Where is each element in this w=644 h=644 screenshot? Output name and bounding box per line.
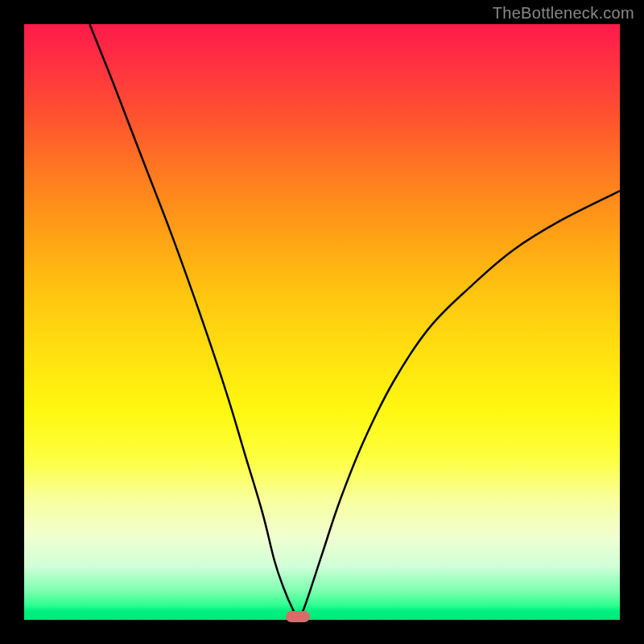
bottleneck-curve [24,24,620,620]
chart-container: TheBottleneck.com [0,0,644,644]
watermark-text: TheBottleneck.com [493,4,634,23]
plot-area [24,24,620,620]
minimum-marker [286,611,310,622]
